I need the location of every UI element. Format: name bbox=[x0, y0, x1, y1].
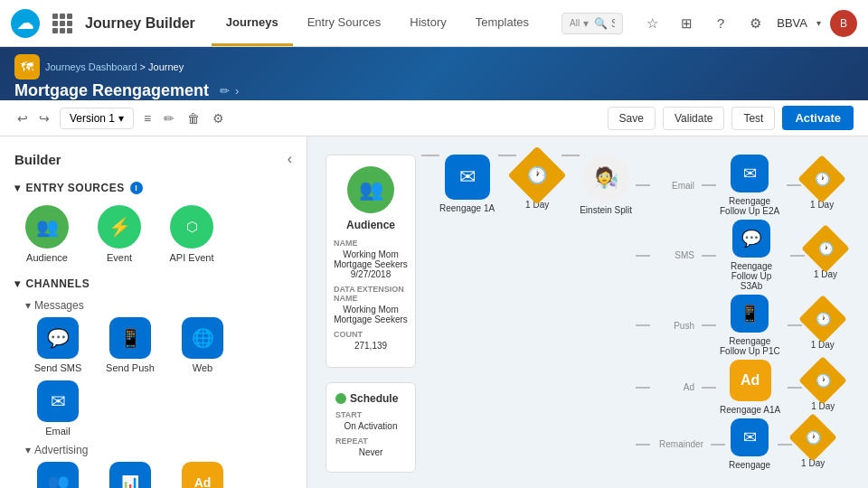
edit-title-icon[interactable]: ✏ bbox=[220, 84, 230, 98]
breadcrumb: Journeys Dashboard > Journey bbox=[45, 61, 184, 72]
web-icon: 🌐 bbox=[182, 317, 223, 359]
test-button[interactable]: Test bbox=[731, 107, 775, 130]
tab-templates[interactable]: Templates bbox=[461, 0, 543, 46]
breadcrumb-parent[interactable]: Journeys Dashboard bbox=[45, 61, 137, 72]
push-icon: 📱 bbox=[109, 317, 151, 359]
sidebar-item-event[interactable]: ⚡ Event bbox=[87, 205, 152, 263]
ad-path-label: Ad bbox=[654, 382, 694, 392]
wait-rem-node[interactable]: 🕐 1 Day bbox=[796, 420, 830, 468]
api-event-label: API Event bbox=[170, 252, 214, 263]
tab-journeys[interactable]: Journeys bbox=[212, 0, 293, 46]
einstein-split-label: Einstein Split bbox=[580, 205, 632, 215]
advertising-toggle[interactable]: ▾ Advertising bbox=[25, 444, 292, 456]
reengage-p1c-icon: 📱 bbox=[731, 295, 769, 333]
sidebar-item-api-event[interactable]: ⬡ API Event bbox=[159, 205, 224, 263]
start-value: On Activation bbox=[335, 421, 406, 431]
save-button[interactable]: Save bbox=[608, 107, 656, 130]
toolbar: ↩ ↪ Version 1 ▾ ≡ ✏ 🗑 ⚙ Save Validate Te… bbox=[0, 100, 868, 136]
reengage-a1a-icon: Ad bbox=[730, 360, 771, 401]
split-branches: Email ✉ ReengageFollow Up E2A 🕐 1 Day bbox=[636, 155, 843, 470]
count-label: COUNT bbox=[334, 330, 408, 339]
email-branch-row: Email ✉ ReengageFollow Up E2A 🕐 1 Day bbox=[636, 155, 843, 216]
reengage-s3ab-node[interactable]: 💬 ReengageFollow Up S3Ab bbox=[720, 220, 783, 291]
validate-button[interactable]: Validate bbox=[663, 107, 724, 130]
wait-p1c-line bbox=[788, 324, 802, 326]
wait-e2a-node[interactable]: 🕐 1 Day bbox=[805, 162, 839, 210]
breadcrumb-current: Journey bbox=[148, 61, 184, 72]
sidebar-item-push[interactable]: 📱 Send Push bbox=[98, 317, 163, 373]
reengage-a1a-node[interactable]: Ad Reengage A1A bbox=[720, 360, 780, 415]
sidebar-title: Builder bbox=[14, 152, 61, 167]
ad-branch-line bbox=[636, 387, 650, 389]
entry-sources-chevron: ▾ bbox=[14, 182, 21, 194]
undo-icon[interactable]: ↩ bbox=[14, 108, 31, 128]
sms-icon: 💬 bbox=[37, 317, 79, 359]
collapse-sidebar-btn[interactable]: ‹ bbox=[288, 151, 292, 167]
expand-icon[interactable]: › bbox=[235, 84, 239, 98]
reengage-rem-node[interactable]: ✉ Reengage bbox=[729, 418, 770, 470]
ad-branch-row: Ad Ad Reengage A1A 🕐 1 Day bbox=[636, 360, 843, 415]
schedule-card[interactable]: Schedule START On Activation REPEAT Neve… bbox=[326, 382, 416, 473]
messages-grid: 💬 Send SMS 📱 Send Push 🌐 Web ✉ Email bbox=[25, 317, 292, 436]
gear-icon[interactable]: ⚙ bbox=[210, 108, 227, 128]
sidebar-item-ad-audiences[interactable]: 👥 Ad Audiences bbox=[25, 462, 90, 488]
sidebar-item-web[interactable]: 🌐 Web bbox=[170, 317, 235, 373]
sidebar-item-advertisement[interactable]: Ad Advertisement bbox=[170, 462, 235, 488]
wait-a1a-node[interactable]: 🕐 1 Day bbox=[806, 363, 840, 411]
waffle-menu-icon[interactable] bbox=[49, 10, 76, 37]
push-label: Send Push bbox=[106, 362, 155, 373]
name-label: NAME bbox=[334, 239, 408, 248]
toolbar-right: Save Validate Test Activate bbox=[608, 106, 854, 130]
filter-icon[interactable]: ≡ bbox=[141, 108, 154, 128]
reengage-1a-node[interactable]: ✉ Reengage 1A bbox=[439, 155, 495, 213]
event-label: Event bbox=[107, 252, 132, 263]
redo-icon[interactable]: ↪ bbox=[36, 108, 52, 128]
pencil-icon[interactable]: ✏ bbox=[161, 108, 177, 128]
toolbar-left: ↩ ↪ bbox=[14, 108, 52, 128]
einstein-split-node[interactable]: 🧑‍🔬 Einstein Split bbox=[580, 155, 632, 215]
remainder-path-label: Remainder bbox=[654, 439, 703, 449]
tab-history[interactable]: History bbox=[395, 0, 460, 46]
email-branch-line2 bbox=[702, 184, 716, 186]
sms-path-label: SMS bbox=[654, 250, 694, 260]
trash-icon[interactable]: 🗑 bbox=[184, 108, 203, 128]
sms-branch-line bbox=[636, 255, 650, 257]
api-event-icon: ⬡ bbox=[170, 205, 213, 249]
entry-sources-grid: 👥 Audience ⚡ Event ⬡ API Event bbox=[0, 200, 307, 272]
activate-button[interactable]: Activate bbox=[782, 106, 854, 130]
messages-toggle[interactable]: ▾ Messages bbox=[25, 299, 292, 312]
top-navigation: ☁ Journey Builder Journeys Entry Sources… bbox=[0, 0, 868, 47]
user-dropdown-arrow[interactable]: ▾ bbox=[816, 18, 821, 28]
favorites-icon[interactable]: ☆ bbox=[639, 11, 665, 36]
wait-p1c-node[interactable]: 🕐 1 Day bbox=[806, 302, 840, 350]
user-label[interactable]: BBVA bbox=[777, 16, 807, 30]
sidebar-item-email[interactable]: ✉ Email bbox=[25, 380, 90, 436]
messages-chevron: ▾ bbox=[25, 299, 31, 312]
data-ext-value: Working Mom Mortgage Seekers bbox=[334, 305, 408, 324]
search-bar[interactable]: All ▾ 🔍 bbox=[561, 13, 623, 34]
reengage-e2a-node[interactable]: ✉ ReengageFollow Up E2A bbox=[720, 155, 779, 216]
channels-toggle[interactable]: ▾ CHANNELS bbox=[0, 272, 307, 296]
search-input[interactable] bbox=[611, 17, 615, 30]
sidebar-item-audience[interactable]: 👥 Audience bbox=[14, 205, 80, 263]
tab-entry-sources[interactable]: Entry Sources bbox=[293, 0, 396, 46]
wait-1-node[interactable]: 🕐 1 Day bbox=[516, 155, 558, 210]
reengage-p1c-node[interactable]: 📱 ReengageFollow Up P1C bbox=[720, 295, 780, 356]
entry-sources-toggle[interactable]: ▾ ENTRY SOURCES i bbox=[0, 176, 307, 200]
wait-s3ab-line bbox=[790, 255, 805, 257]
wait-p1c-icon: 🕐 bbox=[798, 295, 847, 343]
version-label: Version 1 bbox=[70, 112, 115, 125]
settings-icon[interactable]: ⚙ bbox=[742, 11, 768, 36]
sidebar-item-sms[interactable]: 💬 Send SMS bbox=[25, 317, 90, 373]
wait-a1a-icon: 🕐 bbox=[798, 356, 847, 405]
sub-header: 🗺 Journeys Dashboard > Journey Mortgage … bbox=[0, 47, 868, 100]
ad-campaign-icon: 📊 bbox=[109, 462, 151, 488]
version-dropdown[interactable]: Version 1 ▾ bbox=[60, 108, 134, 129]
sidebar-item-ad-campaign[interactable]: 📊 Ad Campaign bbox=[98, 462, 163, 488]
help-icon[interactable]: ? bbox=[708, 11, 733, 36]
avatar[interactable]: B bbox=[830, 10, 857, 37]
reengage-1a-icon: ✉ bbox=[445, 155, 490, 200]
apps-icon[interactable]: ⊞ bbox=[674, 11, 699, 36]
audience-card[interactable]: 👥 Audience NAME Working Mom Mortgage See… bbox=[326, 155, 416, 368]
wait-s3ab-node[interactable]: 🕐 1 Day bbox=[808, 231, 843, 279]
